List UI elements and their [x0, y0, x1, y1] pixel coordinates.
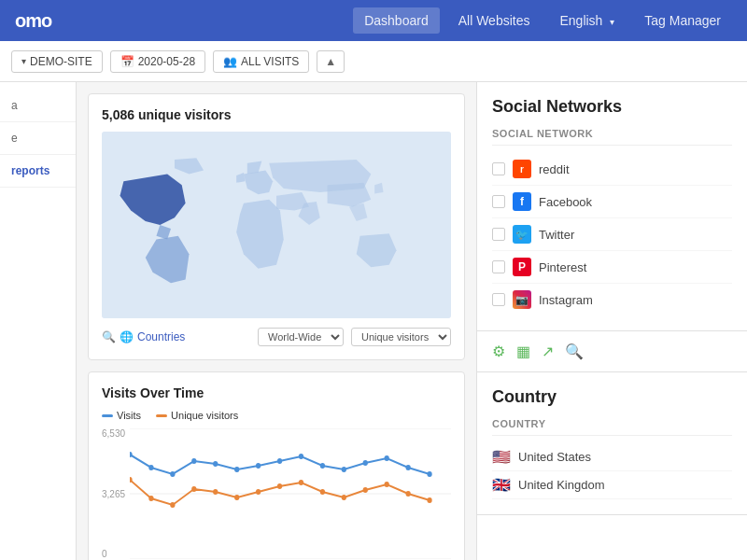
network-row-facebook: f Facebook	[492, 186, 732, 218]
nav-dashboard[interactable]: Dashboard	[353, 7, 440, 34]
network-row-pinterest: P Pinterest	[492, 251, 732, 284]
svg-point-11	[299, 454, 303, 459]
main-layout: a e reports 5,086 unique visitors	[0, 82, 747, 560]
map-selects: World-Wide Unique visitors	[258, 328, 451, 346]
chart-drawing-area	[130, 428, 451, 559]
svg-point-9	[256, 463, 261, 469]
svg-point-15	[385, 455, 389, 461]
export-action-icon[interactable]: ↗	[542, 343, 554, 360]
svg-point-26	[299, 480, 303, 485]
countries-link[interactable]: 🔍 🌐 Countries	[102, 330, 185, 343]
svg-point-4	[148, 465, 153, 470]
svg-point-24	[256, 489, 261, 495]
map-footer: 🔍 🌐 Countries World-Wide Unique visitors	[102, 328, 451, 346]
line-chart: 6,530 3,265 0	[102, 428, 451, 560]
sidebar-item-reports[interactable]: reports	[0, 155, 76, 188]
us-flag-icon: 🇺🇸	[492, 451, 511, 464]
twitter-label: Twitter	[539, 228, 574, 242]
reddit-checkbox[interactable]	[492, 162, 505, 175]
social-networks-actions: ⚙ ▦ ↗ 🔍	[477, 331, 747, 372]
map-panel-title: 5,086 unique visitors	[102, 107, 451, 122]
network-row-twitter: 🐦 Twitter	[492, 218, 732, 251]
instagram-icon: 📷	[513, 290, 531, 309]
dropdown-icon: ▾	[21, 56, 26, 66]
map-panel: 5,086 unique visitors	[88, 93, 465, 360]
twitter-icon: 🐦	[513, 225, 531, 244]
all-visits-button[interactable]: 👥 ALL VISITS	[213, 50, 309, 73]
reddit-icon: r	[513, 160, 531, 178]
svg-point-10	[277, 458, 282, 464]
country-row-us: 🇺🇸 United States	[492, 443, 732, 471]
pinterest-label: Pinterest	[539, 260, 586, 274]
svg-point-5	[170, 471, 175, 477]
svg-point-16	[405, 465, 410, 470]
demo-site-button[interactable]: ▾ DEMO-SITE	[11, 50, 103, 73]
reddit-label: reddit	[539, 162, 570, 176]
sidebar-item-a[interactable]: a	[0, 90, 76, 122]
svg-point-28	[342, 495, 346, 500]
world-map	[102, 132, 451, 318]
instagram-label: Instagram	[539, 293, 593, 307]
sidebar-item-e[interactable]: e	[0, 122, 76, 155]
right-panel: Social Networks SOCIAL NETWORK r reddit …	[476, 82, 747, 560]
search-action-icon[interactable]: 🔍	[565, 343, 584, 360]
collapse-button[interactable]: ▲	[317, 50, 345, 73]
facebook-icon: f	[513, 192, 531, 211]
pinterest-checkbox[interactable]	[492, 260, 505, 273]
social-networks-section: Social Networks SOCIAL NETWORK r reddit …	[477, 82, 747, 331]
svg-point-19	[148, 496, 153, 501]
nav-tag-manager[interactable]: Tag Manager	[633, 7, 732, 34]
nav-right: Dashboard All Websites English ▾ Tag Man…	[353, 7, 732, 34]
twitter-checkbox[interactable]	[492, 228, 505, 241]
country-title: Country	[492, 387, 732, 407]
top-nav: omo Dashboard All Websites English ▾ Tag…	[0, 0, 747, 41]
uk-label: United Kingdom	[518, 478, 605, 492]
social-networks-title: Social Networks	[492, 97, 732, 117]
instagram-checkbox[interactable]	[492, 293, 505, 306]
social-network-col-header: SOCIAL NETWORK	[492, 128, 732, 146]
left-panels: 5,086 unique visitors	[77, 82, 476, 560]
facebook-label: Facebook	[539, 195, 592, 209]
chart-legend: Visits Unique visitors	[102, 410, 451, 421]
network-row-reddit: r reddit	[492, 153, 732, 186]
date-button[interactable]: 📅 2020-05-28	[110, 50, 205, 73]
svg-point-32	[427, 497, 431, 503]
us-label: United States	[518, 450, 591, 464]
sidebar-left: a e reports	[0, 82, 77, 560]
svg-point-6	[191, 458, 196, 464]
country-section: Country COUNTRY 🇺🇸 United States 🇬🇧 Unit…	[477, 372, 747, 515]
app-logo: omo	[15, 10, 51, 32]
settings-action-icon[interactable]: ⚙	[492, 343, 505, 360]
svg-point-29	[363, 487, 368, 493]
english-arrow-icon: ▾	[610, 17, 614, 27]
svg-point-22	[213, 489, 218, 495]
globe-icon: 🌐	[120, 330, 134, 343]
search-icon: 🔍	[102, 330, 116, 343]
svg-point-27	[320, 489, 325, 495]
table-action-icon[interactable]: ▦	[516, 343, 530, 360]
y-axis-labels: 6,530 3,265 0	[102, 428, 130, 559]
nav-english[interactable]: English ▾	[548, 7, 626, 34]
pinterest-icon: P	[513, 258, 531, 276]
legend-visits: Visits	[102, 410, 141, 421]
legend-unique: Unique visitors	[156, 410, 238, 421]
world-wide-select[interactable]: World-Wide	[258, 328, 344, 346]
facebook-checkbox[interactable]	[492, 195, 505, 208]
svg-point-12	[320, 463, 325, 469]
svg-point-14	[363, 460, 368, 466]
metric-select[interactable]: Unique visitors	[351, 328, 451, 346]
country-row-uk: 🇬🇧 United Kingdom	[492, 471, 732, 499]
visits-legend-line	[102, 414, 113, 417]
svg-point-8	[234, 467, 239, 472]
visits-panel-title: Visits Over Time	[102, 385, 451, 400]
calendar-icon: 📅	[120, 55, 134, 68]
svg-point-20	[170, 502, 175, 508]
nav-all-websites[interactable]: All Websites	[447, 7, 542, 34]
visits-panel: Visits Over Time Visits Unique visitors …	[88, 371, 465, 560]
svg-point-13	[342, 467, 346, 472]
svg-point-23	[234, 495, 239, 500]
uk-flag-icon: 🇬🇧	[492, 479, 511, 492]
svg-point-21	[191, 486, 196, 492]
svg-point-31	[405, 491, 410, 497]
sub-bar: ▾ DEMO-SITE 📅 2020-05-28 👥 ALL VISITS ▲	[0, 41, 747, 82]
